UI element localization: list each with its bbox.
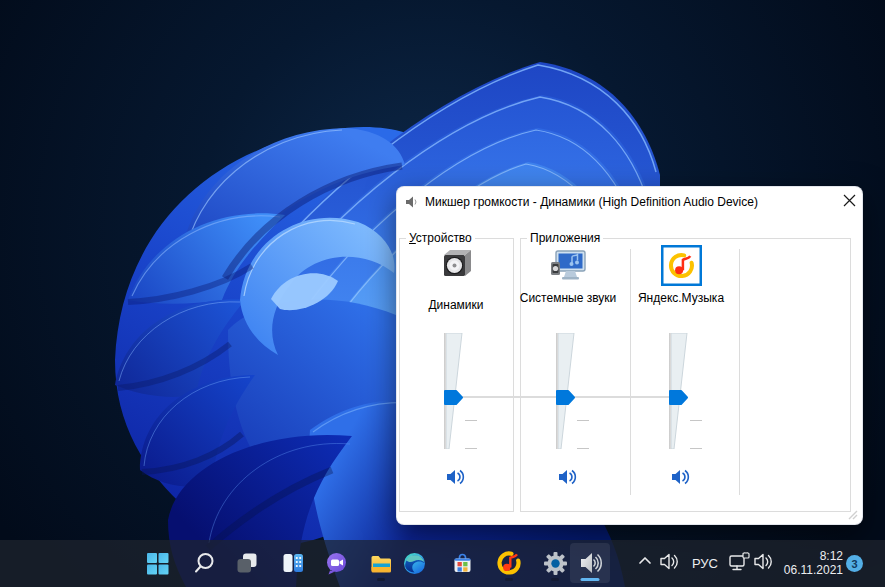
slider-tick <box>577 420 589 421</box>
volume-mixer-taskbar-button[interactable] <box>570 543 610 583</box>
mute-button-system-sounds[interactable] <box>558 468 578 486</box>
clock[interactable]: 8:12 06.11.2021 <box>775 549 843 577</box>
tray-volume-mixer-icon-button[interactable] <box>659 552 680 571</box>
system-sounds-icon[interactable] <box>549 249 587 283</box>
file-explorer-icon <box>369 551 394 576</box>
tray-time: 8:12 <box>775 549 843 563</box>
slider-thumb-yandex-music[interactable] <box>668 389 689 406</box>
active-indicator <box>581 578 600 581</box>
search-icon <box>192 551 216 575</box>
windows-logo-icon <box>145 551 170 576</box>
device-group-label: Устройство <box>406 231 475 245</box>
running-indicator <box>505 578 513 581</box>
slider-tick <box>690 448 702 449</box>
volume-mixer-window: Микшер громкости - Динамики (High Defini… <box>396 186 863 525</box>
speaker-tray-icon <box>659 552 680 571</box>
chat-icon <box>324 551 349 576</box>
apps-group-label: Приложения <box>527 231 603 245</box>
settings-gear-icon <box>543 551 568 576</box>
store-button[interactable] <box>442 543 482 583</box>
column-separator <box>739 249 740 495</box>
speaker-icon <box>405 195 418 209</box>
network-button[interactable] <box>728 552 751 573</box>
edge-button[interactable] <box>394 543 434 583</box>
yandex-music-icon[interactable] <box>661 245 702 286</box>
mute-button-speakers[interactable] <box>446 468 466 486</box>
search-button[interactable] <box>184 543 224 583</box>
yandex-music-taskbar-icon <box>496 550 522 576</box>
widgets-icon <box>281 551 305 575</box>
settings-button[interactable] <box>535 543 575 583</box>
titlebar[interactable]: Микшер громкости - Динамики (High Defini… <box>397 187 862 217</box>
slider-thumb-speakers[interactable] <box>443 389 464 406</box>
channel-label-yandex-music: Яндекс.Музыка <box>611 291 751 305</box>
running-indicator <box>551 578 559 581</box>
resize-grip[interactable] <box>846 508 858 520</box>
chat-button[interactable] <box>316 543 356 583</box>
taskbar: РУС 8:12 06.11.2021 <box>0 540 885 587</box>
tray-date: 06.11.2021 <box>775 563 843 577</box>
mute-button-yandex-music[interactable] <box>671 468 691 486</box>
language-indicator[interactable]: РУС <box>687 556 723 571</box>
slider-tick <box>465 420 477 421</box>
slider-tick <box>465 448 477 449</box>
network-icon <box>728 552 751 573</box>
chevron-up-icon <box>636 552 654 570</box>
speaker-tray-icon2 <box>753 552 774 571</box>
store-icon <box>450 551 475 576</box>
window-title: Микшер громкости - Динамики (High Defini… <box>425 195 758 209</box>
edge-icon <box>402 551 427 576</box>
slider-tick <box>577 448 589 449</box>
desktop: Микшер громкости - Динамики (High Defini… <box>0 0 885 587</box>
slider-tick <box>690 420 702 421</box>
start-button[interactable] <box>137 543 177 583</box>
volume-mixer-app-icon <box>577 550 603 576</box>
volume-button[interactable] <box>753 552 774 571</box>
task-view-button[interactable] <box>227 543 267 583</box>
widgets-button[interactable] <box>273 543 313 583</box>
running-indicator <box>377 578 385 581</box>
slider-thumb-system-sounds[interactable] <box>555 389 576 406</box>
tray-chevron-button[interactable] <box>636 552 654 570</box>
task-view-icon <box>235 551 259 575</box>
close-button[interactable] <box>836 189 862 212</box>
notification-badge[interactable]: 3 <box>846 555 863 572</box>
yandex-music-taskbar-button[interactable] <box>489 543 529 583</box>
column-separator <box>630 249 631 495</box>
close-icon <box>843 194 856 207</box>
speakers-device-icon[interactable] <box>441 248 472 279</box>
